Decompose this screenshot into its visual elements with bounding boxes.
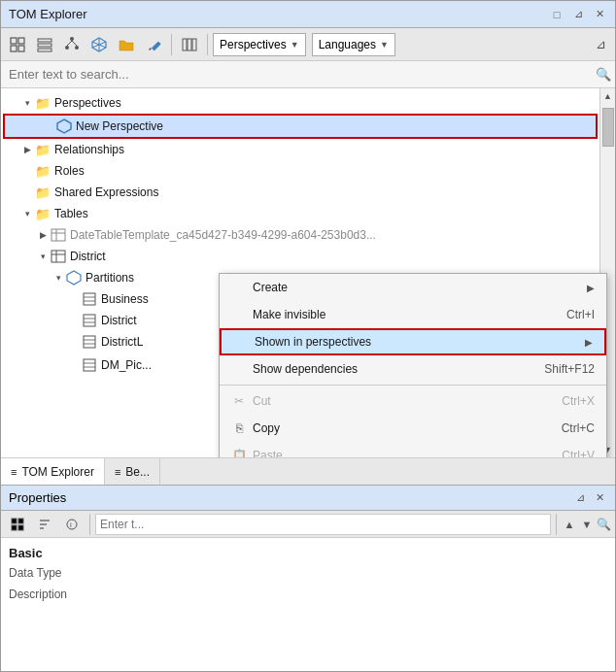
- menu-item-copy[interactable]: ⎘ Copy Ctrl+C: [220, 415, 606, 442]
- toolbar-sep2: [207, 34, 208, 55]
- shared-expressions-label: Shared Expressions: [54, 185, 158, 199]
- partition-icon: [65, 269, 83, 286]
- shown-label: Shown in perspectives: [255, 335, 371, 349]
- svg-rect-31: [84, 315, 95, 326]
- props-scroll-down[interactable]: ▼: [579, 517, 595, 532]
- folder-icon-shared: 📁: [34, 184, 51, 201]
- menu-item-cut[interactable]: ✂ Cut Ctrl+X: [220, 387, 606, 415]
- grid1-button[interactable]: [5, 32, 30, 57]
- folder-button[interactable]: [114, 32, 139, 57]
- hierarchy-button[interactable]: [59, 32, 85, 57]
- tree-node-datetable[interactable]: ▶ DateTableTemplate_ca45d427-b349-4299-a…: [1, 224, 599, 246]
- svg-point-9: [75, 46, 79, 50]
- copy-icon: ⎘: [231, 420, 247, 436]
- grid2-button[interactable]: [32, 32, 57, 57]
- svg-point-47: [67, 520, 77, 529]
- create-arrow: ▶: [587, 283, 595, 293]
- scroll-thumb[interactable]: [602, 108, 614, 147]
- business-label: Business: [101, 292, 149, 306]
- tab-bar: ≡ TOM Explorer ≡ Be...: [1, 457, 615, 485]
- tree-node-roles[interactable]: ▶ 📁 Roles: [1, 160, 599, 182]
- expand-relationships-icon: ▶: [20, 145, 34, 154]
- languages-dropdown-label: Languages: [319, 38, 376, 51]
- search-bar: 🔍: [1, 61, 615, 88]
- svg-point-8: [65, 46, 69, 50]
- svg-rect-37: [84, 359, 95, 371]
- props-scroll-up[interactable]: ▲: [562, 517, 577, 532]
- tree-node-districtl[interactable]: ▶ DistrictL: [1, 331, 215, 353]
- window-title: TOM Explorer: [9, 7, 87, 21]
- properties-title-bar: Properties ⊿ ✕: [1, 486, 615, 511]
- perspective-icon: [55, 118, 73, 135]
- columns-button[interactable]: [177, 32, 202, 57]
- menu-item-show-dependencies[interactable]: Show dependencies Shift+F12: [220, 355, 606, 383]
- tree-node-perspectives[interactable]: ▾ 📁 Perspectives: [1, 92, 599, 114]
- tree-node-district[interactable]: ▾ District: [1, 246, 599, 267]
- search-icon: 🔍: [596, 67, 611, 82]
- expand-perspectives-icon: ▾: [20, 98, 34, 108]
- pin-icon[interactable]: ⊿: [590, 34, 611, 55]
- svg-rect-4: [38, 39, 51, 42]
- tree-node-shared-expressions[interactable]: ▶ 📁 Shared Expressions: [1, 182, 599, 203]
- languages-dropdown[interactable]: Languages ▼: [312, 33, 395, 56]
- menu-item-paste[interactable]: 📋 Paste Ctrl+V: [220, 442, 606, 457]
- tab-be-icon: ≡: [115, 466, 120, 478]
- tree-node-district-measure[interactable]: ▶ District: [1, 310, 215, 331]
- search-input[interactable]: [5, 67, 596, 82]
- properties-close-button[interactable]: ✕: [592, 490, 607, 506]
- close-button[interactable]: ✕: [592, 7, 607, 22]
- cube-button[interactable]: [86, 32, 112, 57]
- svg-rect-2: [11, 46, 17, 51]
- menu-item-create[interactable]: Create ▶: [220, 274, 606, 301]
- cut-icon: ✂: [231, 393, 247, 409]
- tree-node-relationships[interactable]: ▶ 📁 Relationships: [1, 139, 599, 160]
- tab-be[interactable]: ≡ Be...: [105, 458, 160, 485]
- properties-panel: Properties ⊿ ✕ i ▲ ▼ 🔍 Basic: [1, 485, 615, 611]
- svg-point-7: [70, 37, 74, 41]
- svg-rect-40: [12, 519, 17, 523]
- show-deps-label: Show dependencies: [253, 362, 358, 376]
- description-label: Description: [9, 588, 125, 601]
- scroll-up-arrow[interactable]: ▲: [600, 88, 616, 104]
- menu-item-shown-in-perspectives[interactable]: Shown in perspectives ▶: [220, 328, 606, 355]
- properties-pin-button[interactable]: ⊿: [572, 490, 588, 506]
- create-icon: [231, 280, 247, 295]
- copy-shortcut: Ctrl+C: [562, 421, 595, 435]
- description-row: Description: [9, 584, 607, 605]
- svg-text:i: i: [70, 521, 72, 529]
- perspectives-dropdown[interactable]: Perspectives ▼: [213, 33, 306, 56]
- dm-pic-label: DM_Pic...: [101, 358, 152, 372]
- cut-shortcut: Ctrl+X: [562, 394, 595, 408]
- props-search-input[interactable]: [95, 514, 551, 535]
- pencil-button[interactable]: [141, 32, 166, 57]
- make-invisible-shortcut: Ctrl+I: [566, 308, 595, 321]
- pin-button[interactable]: ⊿: [570, 7, 586, 22]
- table-icon-district: [50, 248, 67, 265]
- perspectives-label: Perspectives: [54, 96, 121, 110]
- table-icon-datetable: [50, 226, 67, 244]
- props-sort-button[interactable]: [32, 512, 57, 537]
- svg-line-10: [67, 41, 72, 46]
- languages-dropdown-arrow: ▼: [380, 40, 389, 50]
- props-action-button[interactable]: i: [59, 512, 85, 537]
- tab-tom-explorer[interactable]: ≡ TOM Explorer: [1, 458, 105, 485]
- svg-marker-20: [57, 119, 71, 133]
- svg-rect-6: [38, 49, 51, 51]
- props-grid-button[interactable]: [5, 512, 30, 537]
- make-invisible-label: Make invisible: [253, 308, 325, 321]
- folder-icon-relationships: 📁: [34, 141, 51, 158]
- minimize-button[interactable]: □: [549, 7, 565, 22]
- perspectives-dropdown-arrow: ▼: [291, 40, 299, 50]
- svg-rect-34: [84, 336, 95, 348]
- tree-node-tables[interactable]: ▾ 📁 Tables: [1, 203, 599, 224]
- tree-node-new-perspective[interactable]: New Perspective: [3, 114, 598, 139]
- toolbar-sep1: [171, 34, 172, 55]
- measure-icon-business: [81, 290, 98, 308]
- tom-explorer-window: TOM Explorer □ ⊿ ✕: [0, 0, 616, 672]
- title-controls: □ ⊿ ✕: [549, 7, 607, 22]
- props-sep2: [556, 514, 557, 535]
- properties-content: Basic Data Type Description: [1, 538, 615, 611]
- tree-node-dm-pic[interactable]: ▶ DM_Pic...: [1, 354, 215, 376]
- menu-item-make-invisible[interactable]: Make invisible Ctrl+I: [220, 301, 606, 328]
- tree-node-business[interactable]: ▶ Business: [1, 288, 215, 310]
